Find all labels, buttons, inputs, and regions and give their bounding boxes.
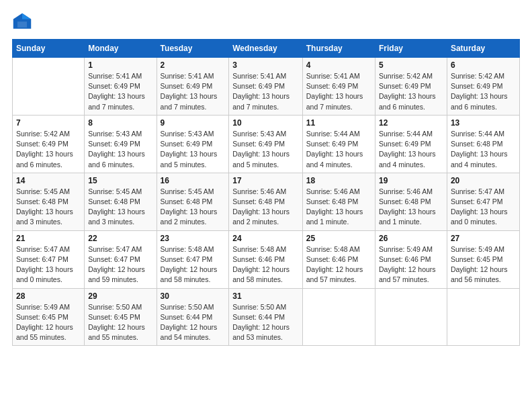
day-info: Sunrise: 5:42 AM Sunset: 6:49 PM Dayligh… [451, 71, 516, 112]
logo [12, 12, 35, 32]
day-number: 22 [88, 234, 152, 243]
calendar-cell: 7Sunrise: 5:42 AM Sunset: 6:49 PM Daylig… [13, 115, 85, 173]
day-info: Sunrise: 5:50 AM Sunset: 6:44 PM Dayligh… [161, 302, 226, 343]
day-number: 13 [451, 118, 516, 128]
day-number: 17 [232, 176, 298, 185]
day-info: Sunrise: 5:47 AM Sunset: 6:47 PM Dayligh… [451, 187, 516, 228]
day-info: Sunrise: 5:46 AM Sunset: 6:48 PM Dayligh… [379, 187, 443, 228]
svg-marker-1 [22, 13, 31, 19]
day-info: Sunrise: 5:42 AM Sunset: 6:49 PM Dayligh… [16, 129, 81, 170]
calendar-table: SundayMondayTuesdayWednesdayThursdayFrid… [12, 39, 520, 346]
day-header-friday: Friday [375, 40, 447, 58]
day-info: Sunrise: 5:49 AM Sunset: 6:45 PM Dayligh… [451, 244, 516, 285]
day-number: 16 [161, 176, 226, 185]
calendar-cell: 15Sunrise: 5:45 AM Sunset: 6:48 PM Dayli… [85, 173, 157, 230]
calendar-cell: 29Sunrise: 5:50 AM Sunset: 6:45 PM Dayli… [85, 288, 157, 346]
calendar-cell: 19Sunrise: 5:46 AM Sunset: 6:48 PM Dayli… [375, 173, 447, 230]
calendar-cell: 4Sunrise: 5:41 AM Sunset: 6:49 PM Daylig… [302, 58, 375, 116]
day-number: 29 [88, 291, 152, 301]
day-number: 4 [306, 60, 371, 70]
day-number: 1 [88, 60, 152, 70]
day-number: 11 [306, 118, 371, 128]
day-number: 19 [379, 176, 443, 185]
day-number: 10 [232, 118, 298, 128]
day-info: Sunrise: 5:44 AM Sunset: 6:49 PM Dayligh… [379, 129, 443, 170]
week-row-2: 7Sunrise: 5:42 AM Sunset: 6:49 PM Daylig… [13, 115, 520, 173]
day-number: 14 [16, 176, 81, 185]
day-info: Sunrise: 5:41 AM Sunset: 6:49 PM Dayligh… [88, 71, 152, 112]
calendar-cell: 12Sunrise: 5:44 AM Sunset: 6:49 PM Dayli… [375, 115, 447, 173]
day-info: Sunrise: 5:41 AM Sunset: 6:49 PM Dayligh… [232, 71, 298, 112]
day-number: 5 [379, 60, 443, 70]
day-info: Sunrise: 5:42 AM Sunset: 6:49 PM Dayligh… [379, 71, 443, 112]
day-number: 24 [232, 234, 298, 243]
calendar-cell: 14Sunrise: 5:45 AM Sunset: 6:48 PM Dayli… [13, 173, 85, 230]
day-info: Sunrise: 5:48 AM Sunset: 6:46 PM Dayligh… [232, 244, 298, 285]
day-number: 3 [232, 60, 298, 70]
calendar-cell: 31Sunrise: 5:50 AM Sunset: 6:44 PM Dayli… [229, 288, 302, 346]
week-row-1: 1Sunrise: 5:41 AM Sunset: 6:49 PM Daylig… [13, 58, 520, 116]
day-number: 2 [161, 60, 226, 70]
day-header-sunday: Sunday [13, 40, 85, 58]
day-number: 6 [451, 60, 516, 70]
day-info: Sunrise: 5:44 AM Sunset: 6:49 PM Dayligh… [306, 129, 371, 170]
calendar-cell: 10Sunrise: 5:43 AM Sunset: 6:49 PM Dayli… [229, 115, 302, 173]
day-info: Sunrise: 5:45 AM Sunset: 6:48 PM Dayligh… [88, 187, 152, 228]
day-number: 23 [161, 234, 226, 243]
day-header-tuesday: Tuesday [157, 40, 229, 58]
calendar-cell: 23Sunrise: 5:48 AM Sunset: 6:47 PM Dayli… [157, 230, 229, 288]
week-row-4: 21Sunrise: 5:47 AM Sunset: 6:47 PM Dayli… [13, 230, 520, 288]
day-header-saturday: Saturday [447, 40, 519, 58]
day-info: Sunrise: 5:46 AM Sunset: 6:48 PM Dayligh… [306, 187, 371, 228]
calendar-cell: 17Sunrise: 5:46 AM Sunset: 6:48 PM Dayli… [229, 173, 302, 230]
calendar-cell: 18Sunrise: 5:46 AM Sunset: 6:48 PM Dayli… [302, 173, 375, 230]
calendar-cell: 16Sunrise: 5:45 AM Sunset: 6:48 PM Dayli… [157, 173, 229, 230]
day-number: 25 [306, 234, 371, 243]
day-number: 31 [232, 291, 298, 301]
page: SundayMondayTuesdayWednesdayThursdayFrid… [0, 0, 532, 411]
calendar-cell: 6Sunrise: 5:42 AM Sunset: 6:49 PM Daylig… [447, 58, 519, 116]
week-row-3: 14Sunrise: 5:45 AM Sunset: 6:48 PM Dayli… [13, 173, 520, 230]
day-number: 27 [451, 234, 516, 243]
day-number: 8 [88, 118, 152, 128]
day-info: Sunrise: 5:50 AM Sunset: 6:44 PM Dayligh… [232, 302, 298, 343]
day-number: 18 [306, 176, 371, 185]
day-info: Sunrise: 5:48 AM Sunset: 6:46 PM Dayligh… [306, 244, 371, 285]
day-number: 20 [451, 176, 516, 185]
day-info: Sunrise: 5:47 AM Sunset: 6:47 PM Dayligh… [16, 244, 81, 285]
day-info: Sunrise: 5:43 AM Sunset: 6:49 PM Dayligh… [161, 129, 226, 170]
day-header-monday: Monday [85, 40, 157, 58]
svg-rect-2 [17, 21, 27, 28]
day-info: Sunrise: 5:49 AM Sunset: 6:45 PM Dayligh… [16, 302, 81, 343]
calendar-cell: 27Sunrise: 5:49 AM Sunset: 6:45 PM Dayli… [447, 230, 519, 288]
day-info: Sunrise: 5:41 AM Sunset: 6:49 PM Dayligh… [306, 71, 371, 112]
day-info: Sunrise: 5:43 AM Sunset: 6:49 PM Dayligh… [232, 129, 298, 170]
calendar-cell: 22Sunrise: 5:47 AM Sunset: 6:47 PM Dayli… [85, 230, 157, 288]
day-header-wednesday: Wednesday [229, 40, 302, 58]
day-number: 15 [88, 176, 152, 185]
header-row: SundayMondayTuesdayWednesdayThursdayFrid… [13, 40, 520, 58]
calendar-cell: 25Sunrise: 5:48 AM Sunset: 6:46 PM Dayli… [302, 230, 375, 288]
header [12, 12, 520, 32]
day-info: Sunrise: 5:43 AM Sunset: 6:49 PM Dayligh… [88, 129, 152, 170]
day-number: 7 [16, 118, 81, 128]
calendar-cell: 26Sunrise: 5:49 AM Sunset: 6:46 PM Dayli… [375, 230, 447, 288]
calendar-cell: 2Sunrise: 5:41 AM Sunset: 6:49 PM Daylig… [157, 58, 229, 116]
calendar-cell: 24Sunrise: 5:48 AM Sunset: 6:46 PM Dayli… [229, 230, 302, 288]
day-info: Sunrise: 5:45 AM Sunset: 6:48 PM Dayligh… [16, 187, 81, 228]
calendar-cell: 1Sunrise: 5:41 AM Sunset: 6:49 PM Daylig… [85, 58, 157, 116]
calendar-cell [13, 58, 85, 116]
calendar-cell [447, 288, 519, 346]
calendar-cell: 11Sunrise: 5:44 AM Sunset: 6:49 PM Dayli… [302, 115, 375, 173]
calendar-cell [375, 288, 447, 346]
day-info: Sunrise: 5:47 AM Sunset: 6:47 PM Dayligh… [88, 244, 152, 285]
day-number: 30 [161, 291, 226, 301]
day-header-thursday: Thursday [302, 40, 375, 58]
calendar-cell: 20Sunrise: 5:47 AM Sunset: 6:47 PM Dayli… [447, 173, 519, 230]
calendar-cell: 21Sunrise: 5:47 AM Sunset: 6:47 PM Dayli… [13, 230, 85, 288]
calendar-cell: 3Sunrise: 5:41 AM Sunset: 6:49 PM Daylig… [229, 58, 302, 116]
calendar-cell [302, 288, 375, 346]
day-number: 21 [16, 234, 81, 243]
calendar-cell: 28Sunrise: 5:49 AM Sunset: 6:45 PM Dayli… [13, 288, 85, 346]
day-info: Sunrise: 5:48 AM Sunset: 6:47 PM Dayligh… [161, 244, 226, 285]
